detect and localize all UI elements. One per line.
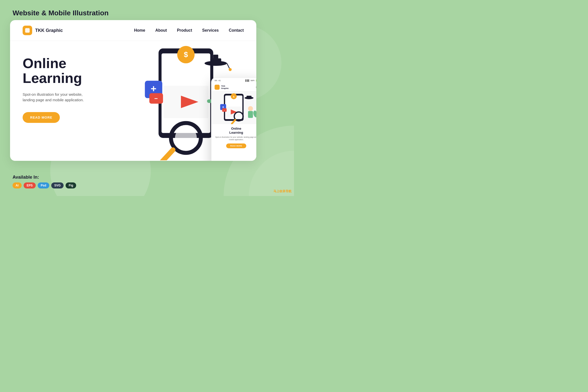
nav-services[interactable]: Services [202, 28, 219, 33]
nav-links: Home About Product Services Contact [134, 28, 244, 33]
svg-point-26 [175, 127, 197, 149]
phone-status-bar: 09 : 41 ▌▌▌ WiFi 🔋 [212, 78, 256, 83]
hero-section: Online Learning Spot-on illustration for… [10, 41, 256, 160]
svg-rect-47 [248, 111, 253, 118]
logo-icon-inner [25, 28, 30, 33]
watermark-text: 马上收录导航 [273, 189, 291, 193]
hero-subtitle: Spot-on illustration for your website, l… [23, 92, 88, 103]
svg-line-27 [161, 150, 173, 160]
read-more-button[interactable]: READ MORE [23, 112, 60, 123]
phone-content: Online Learning Spot-on illustration for… [212, 124, 256, 151]
svg-point-16 [229, 68, 232, 71]
phone-nav: TKKGraphic ≡ [212, 83, 256, 91]
phone-hamburger-icon[interactable]: ≡ [256, 85, 256, 89]
wifi-icon: WiFi [251, 79, 255, 82]
svg-rect-14 [213, 55, 218, 60]
svg-line-15 [227, 63, 229, 68]
phone-card: 09 : 41 ▌▌▌ WiFi 🔋 TKKGraphic ≡ [211, 77, 256, 161]
logo-icon [23, 26, 32, 35]
phone-subtitle: Spot-on illustration for your website, l… [215, 136, 256, 141]
svg-point-46 [248, 106, 253, 111]
svg-text:$: $ [233, 95, 234, 98]
nav-product[interactable]: Product [177, 28, 192, 33]
navigation: TKK Graphic Home About Product Services … [10, 20, 256, 41]
svg-text:−: − [154, 95, 158, 102]
nav-contact[interactable]: Contact [229, 28, 244, 33]
phone-status-icons: ▌▌▌ WiFi 🔋 [246, 79, 256, 82]
page-title: Website & Mobile Illustration [13, 9, 109, 17]
website-card: TKK Graphic Home About Product Services … [10, 20, 256, 161]
phone-logo-text: TKKGraphic [221, 85, 229, 89]
available-in-title: Available In: [13, 175, 76, 180]
signal-icon: ▌▌▌ [246, 79, 250, 82]
battery-icon: 🔋 [255, 79, 256, 82]
svg-rect-45 [247, 96, 252, 99]
logo-text: TKK Graphic [35, 28, 63, 33]
nav-about[interactable]: About [155, 28, 167, 33]
format-eps-badge: EPS [24, 182, 36, 188]
available-in-section: Available In: Ai EPS Psd SVG Fig [13, 175, 76, 188]
hero-left: Online Learning Spot-on illustration for… [23, 41, 118, 160]
format-psd-badge: Psd [38, 182, 49, 188]
format-badges: Ai EPS Psd SVG Fig [13, 182, 76, 188]
format-fig-badge: Fig [66, 182, 76, 188]
svg-text:$: $ [184, 50, 188, 59]
phone-illustration: $ + − [212, 91, 256, 124]
svg-point-50 [253, 110, 256, 118]
svg-text:−: − [224, 109, 225, 112]
phone-time: 09 : 41 [215, 79, 221, 82]
phone-read-more-button[interactable]: READ MORE [226, 143, 246, 148]
svg-text:+: + [151, 83, 157, 94]
phone-logo-icon [215, 85, 220, 90]
phone-hero-title: Online Learning [215, 127, 256, 134]
nav-home[interactable]: Home [134, 28, 145, 33]
format-svg-badge: SVG [51, 182, 64, 188]
format-ai-badge: Ai [13, 182, 22, 188]
hero-title: Online Learning [23, 56, 118, 86]
